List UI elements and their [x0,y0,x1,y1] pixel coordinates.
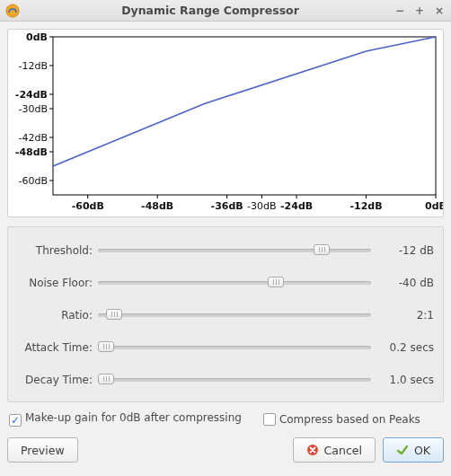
svg-text:-36dB: -36dB [211,200,243,212]
slider[interactable] [98,371,371,389]
slider-value: 1.0 secs [371,374,434,386]
svg-text:-12dB: -12dB [349,200,382,212]
slider-label: Ratio: [17,309,98,322]
slider-label: Threshold: [17,244,98,257]
svg-text:-12dB: -12dB [19,60,49,72]
slider-label: Attack Time: [17,341,98,354]
peaks-label: Compress based on Peaks [279,413,420,426]
svg-text:-30dB: -30dB [19,103,49,115]
slider-row: Attack Time:0.2 secs [17,331,434,364]
preview-button[interactable]: Preview [7,437,78,463]
svg-text:-42dB: -42dB [19,132,49,144]
slider-value: 2:1 [371,309,434,322]
sliders-panel: Threshold:-12 dBNoise Floor:-40 dBRatio:… [7,226,444,402]
plot-panel: -60dB-48dB-36dB-30dB-24dB-12dB0dB0dB-12d… [7,29,444,217]
titlebar: Dynamic Range Compressor − + × [0,0,451,22]
svg-text:0dB: 0dB [26,31,48,43]
ok-label: OK [414,444,430,457]
svg-text:-48dB: -48dB [141,200,173,212]
slider[interactable] [98,306,371,324]
checkbox-row: Make-up gain for 0dB after compressing C… [7,411,444,427]
cancel-label: Cancel [324,444,362,457]
slider[interactable] [98,242,371,260]
svg-text:-48dB: -48dB [15,146,48,158]
svg-text:0dB: 0dB [425,200,443,212]
makeup-gain-label: Make-up gain for 0dB after compressing [25,411,242,424]
svg-point-0 [6,4,19,17]
svg-text:-30dB: -30dB [247,200,277,212]
svg-text:-24dB: -24dB [15,89,48,101]
window-title: Dynamic Range Compressor [27,4,394,17]
slider-value: -12 dB [371,244,434,257]
slider-value: 0.2 secs [371,341,434,354]
slider-row: Decay Time:1.0 secs [17,364,434,396]
slider[interactable] [98,274,371,292]
app-icon [5,4,20,18]
svg-text:-60dB: -60dB [19,175,49,187]
slider-row: Noise Floor:-40 dB [17,267,434,299]
slider-label: Decay Time: [17,374,98,386]
cancel-button[interactable]: Cancel [293,437,376,463]
slider-label: Noise Floor: [17,277,98,289]
ok-icon [396,444,409,456]
slider[interactable] [98,339,371,357]
slider-row: Threshold:-12 dB [17,234,434,267]
svg-text:-60dB: -60dB [72,200,104,212]
close-icon[interactable]: × [433,4,446,17]
svg-text:-24dB: -24dB [280,200,313,212]
peaks-checkbox[interactable]: Compress based on Peaks [263,413,420,426]
button-row: Preview Cancel OK [7,437,444,463]
ok-button[interactable]: OK [383,437,444,463]
slider-value: -40 dB [371,277,434,289]
cancel-icon [306,444,319,456]
minimize-icon[interactable]: − [394,4,406,17]
makeup-gain-checkbox[interactable]: Make-up gain for 0dB after compressing [9,411,242,427]
preview-label: Preview [21,444,65,457]
maximize-icon[interactable]: + [413,4,426,17]
svg-rect-29 [53,37,436,195]
slider-row: Ratio:2:1 [17,299,434,331]
